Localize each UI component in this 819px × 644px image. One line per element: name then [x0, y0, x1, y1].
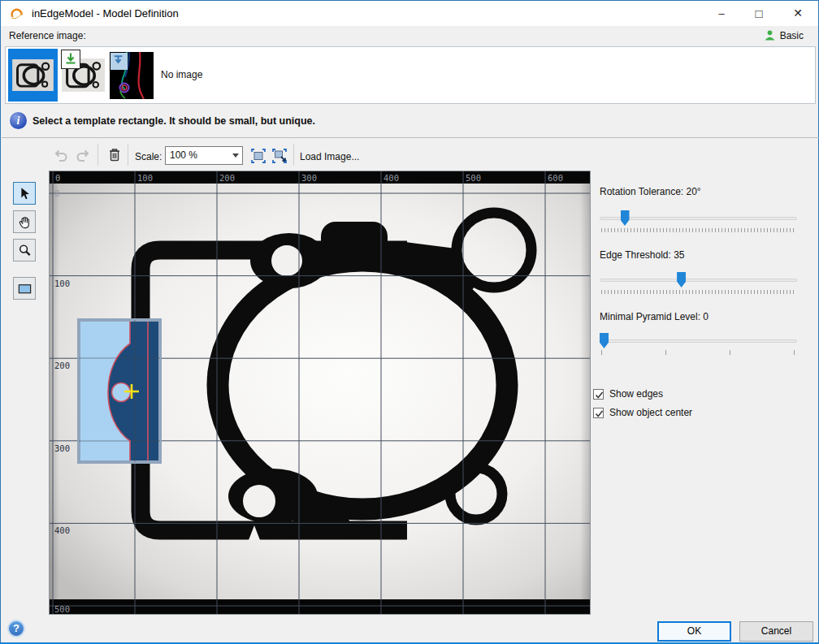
load-template-icon: [61, 50, 80, 69]
scale-value: 100 %: [170, 149, 197, 161]
zoom-tool-button[interactable]: [13, 239, 36, 261]
svg-text:400: 400: [54, 525, 70, 535]
thumbnail-input-image-selected[interactable]: [8, 49, 58, 102]
undo-button[interactable]: [52, 146, 70, 164]
svg-text:200: 200: [219, 173, 235, 183]
ok-button[interactable]: OK: [657, 621, 731, 642]
mode-indicator[interactable]: Basic: [764, 29, 804, 41]
svg-text:0: 0: [55, 173, 60, 183]
top-ruler-bar: [50, 171, 590, 184]
instruction-message: Select a template rectangle. It should b…: [32, 115, 315, 127]
divider: [2, 137, 819, 138]
fit-image-to-window-button[interactable]: [249, 147, 267, 165]
maximize-button[interactable]: □: [740, 1, 778, 26]
magnifier-icon: [17, 243, 32, 258]
minimal-pyramid-level-label: Minimal Pyramid Level: 0: [600, 311, 708, 322]
rectangle-icon: [17, 281, 32, 296]
rotation-tolerance-label: Rotation Tolerance: 20°: [600, 186, 701, 197]
slider-ticks: [601, 350, 795, 355]
select-tool-button[interactable]: [13, 182, 36, 205]
no-image-label: No image: [161, 69, 202, 80]
pan-tool-button[interactable]: [13, 210, 36, 233]
edge-threshold-label: Edge Threshold: 35: [600, 249, 685, 261]
show-object-center-checkbox[interactable]: Show object center: [593, 407, 692, 418]
window-title: inEdgeModel - Model Definition: [32, 7, 179, 19]
svg-text:500: 500: [466, 173, 481, 183]
edge-threshold-slider[interactable]: [600, 272, 797, 288]
info-icon: i: [10, 112, 27, 129]
thumbnail-template-image[interactable]: [61, 50, 106, 101]
minimize-button[interactable]: –: [703, 1, 740, 26]
gasket-thumbnail-image: [12, 59, 54, 91]
slider-thumb[interactable]: [600, 333, 609, 348]
template-rectangle[interactable]: [79, 320, 160, 462]
minimal-pyramid-level-slider[interactable]: [600, 333, 797, 349]
slider-track[interactable]: [600, 339, 797, 343]
title-bar: inEdgeModel - Model Definition – □ ✕: [1, 1, 818, 26]
separator: [98, 144, 98, 166]
separator: [128, 144, 128, 166]
mode-label: Basic: [780, 30, 804, 41]
show-edges-checkbox[interactable]: Show edges: [593, 388, 663, 400]
help-button[interactable]: ?: [7, 620, 25, 638]
svg-text:200: 200: [54, 361, 70, 370]
checkbox-label: Show object center: [609, 407, 692, 418]
image-view[interactable]: 01002003004005006000100200300400500: [50, 171, 590, 614]
app-logo-icon: [10, 6, 24, 21]
rotation-tolerance-slider[interactable]: [600, 210, 797, 227]
svg-text:100: 100: [137, 173, 153, 183]
redo-button[interactable]: [74, 146, 92, 164]
scale-combobox[interactable]: 100 %: [165, 146, 243, 165]
thumbnail-edge-model[interactable]: [110, 52, 154, 99]
slider-thumb[interactable]: [677, 272, 686, 287]
hand-icon: [17, 214, 32, 230]
checkbox-box[interactable]: [593, 389, 604, 400]
scale-label: Scale:: [135, 151, 162, 162]
close-button[interactable]: ✕: [779, 1, 817, 26]
svg-text:400: 400: [384, 173, 399, 183]
rectangle-tool-button[interactable]: [13, 277, 36, 300]
reference-image-label: Reference image:: [9, 30, 86, 41]
checkbox-label: Show edges: [609, 388, 663, 400]
fit-window-to-image-button[interactable]: [271, 147, 288, 165]
cancel-button[interactable]: Cancel: [739, 621, 813, 642]
svg-text:100: 100: [54, 279, 70, 288]
slider-track[interactable]: [600, 279, 797, 282]
slider-ticks: [601, 290, 795, 294]
reference-image-strip: No image: [5, 46, 816, 104]
checkbox-box[interactable]: [593, 408, 604, 418]
delete-button[interactable]: [106, 146, 124, 164]
svg-text:600: 600: [548, 173, 563, 183]
chevron-down-icon: [232, 153, 239, 158]
cursor-arrow-icon: [17, 186, 32, 201]
separator: [293, 144, 294, 166]
model-definition-dialog: inEdgeModel - Model Definition – □ ✕ Ref…: [0, 0, 819, 644]
slider-ticks: [601, 228, 795, 232]
svg-text:300: 300: [54, 443, 70, 453]
image-edge-shade: [50, 184, 59, 599]
slider-thumb[interactable]: [621, 210, 630, 226]
svg-text:300: 300: [301, 173, 317, 183]
svg-text:500: 500: [54, 604, 70, 614]
load-image-button[interactable]: Load Image...: [300, 151, 359, 162]
image-edge-shade: [580, 184, 590, 599]
bottom-ruler-bar: [50, 599, 590, 614]
user-icon: [764, 29, 776, 41]
template-marker-icon: [110, 53, 128, 70]
svg-text:0: 0: [54, 188, 59, 198]
